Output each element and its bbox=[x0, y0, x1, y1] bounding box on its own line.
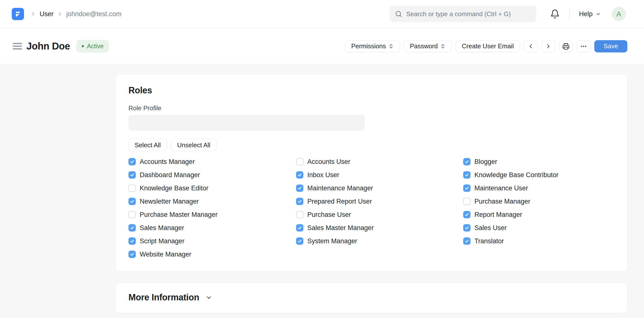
chevron-down-icon bbox=[206, 294, 212, 301]
role-checkbox-item[interactable]: System Manager bbox=[296, 237, 463, 245]
checkbox-checked-icon[interactable] bbox=[463, 237, 470, 245]
role-label: Accounts Manager bbox=[140, 158, 195, 166]
checkbox-checked-icon[interactable] bbox=[296, 224, 304, 232]
checkbox-checked-icon[interactable] bbox=[296, 198, 304, 205]
more-information-section[interactable]: More Information bbox=[116, 283, 627, 313]
role-checkbox-item[interactable]: Purchase Master Manager bbox=[128, 211, 296, 218]
status-label: Active bbox=[87, 43, 104, 50]
role-label: Script Manager bbox=[140, 237, 184, 245]
role-checkbox-item[interactable]: Purchase User bbox=[296, 211, 463, 218]
search-input[interactable] bbox=[406, 10, 531, 18]
checkbox-checked-icon[interactable] bbox=[296, 237, 304, 245]
role-checkbox-item[interactable]: Sales Master Manager bbox=[296, 224, 463, 232]
checkbox-checked-icon[interactable] bbox=[463, 158, 470, 165]
role-checkbox-item[interactable]: Knowledge Base Editor bbox=[128, 185, 296, 192]
checkbox-checked-icon[interactable] bbox=[128, 224, 136, 232]
global-search[interactable] bbox=[390, 6, 536, 22]
ellipsis-icon bbox=[580, 43, 587, 50]
create-user-email-label: Create User Email bbox=[462, 42, 514, 50]
role-label: Inbox User bbox=[307, 171, 339, 179]
checkbox-checked-icon[interactable] bbox=[463, 224, 470, 232]
checkbox-checked-icon[interactable] bbox=[296, 185, 304, 192]
create-user-email-button[interactable]: Create User Email bbox=[456, 40, 520, 52]
role-checkbox-item[interactable]: Translator bbox=[463, 237, 614, 245]
previous-document-button[interactable] bbox=[524, 40, 538, 52]
checkbox-unchecked-icon[interactable] bbox=[128, 185, 136, 192]
checkbox-checked-icon[interactable] bbox=[128, 237, 136, 245]
checkbox-checked-icon[interactable] bbox=[463, 185, 470, 192]
permissions-dropdown-button[interactable]: Permissions bbox=[345, 40, 400, 52]
role-label: Prepared Report User bbox=[307, 198, 372, 205]
role-label: Newsletter Manager bbox=[140, 198, 199, 205]
checkbox-checked-icon[interactable] bbox=[128, 198, 136, 205]
role-label: Sales Manager bbox=[140, 224, 184, 232]
checkbox-unchecked-icon[interactable] bbox=[463, 198, 470, 205]
print-button[interactable] bbox=[559, 40, 573, 52]
role-checkbox-item[interactable]: Accounts User bbox=[296, 158, 463, 165]
role-label: Sales Master Manager bbox=[307, 224, 374, 232]
password-label: Password bbox=[410, 42, 438, 50]
next-document-button[interactable] bbox=[542, 40, 555, 52]
role-checkbox-item[interactable]: Sales User bbox=[463, 224, 614, 232]
role-checkbox-item[interactable]: Prepared Report User bbox=[296, 198, 463, 205]
chevron-right-icon bbox=[30, 11, 36, 17]
unselect-all-button[interactable]: Unselect All bbox=[171, 139, 216, 151]
checkbox-checked-icon[interactable] bbox=[128, 158, 136, 165]
password-dropdown-button[interactable]: Password bbox=[404, 40, 452, 52]
checkbox-checked-icon[interactable] bbox=[128, 251, 136, 258]
role-checkbox-item[interactable]: Accounts Manager bbox=[128, 158, 296, 165]
role-label: Sales User bbox=[474, 224, 507, 232]
role-checkbox-item[interactable]: Newsletter Manager bbox=[128, 198, 296, 205]
frappe-f-icon bbox=[14, 10, 22, 18]
roles-section: Roles Role Profile Select All Unselect A… bbox=[116, 74, 627, 271]
more-options-button[interactable] bbox=[577, 40, 590, 52]
select-all-button[interactable]: Select All bbox=[128, 139, 167, 151]
checkbox-checked-icon[interactable] bbox=[463, 211, 470, 218]
status-badge: Active bbox=[76, 40, 109, 53]
save-button[interactable]: Save bbox=[594, 40, 627, 52]
role-label: Report Manager bbox=[474, 211, 522, 219]
frappe-logo[interactable] bbox=[12, 8, 24, 20]
role-checkbox-item[interactable]: Maintenance Manager bbox=[296, 185, 463, 192]
role-checkbox-item[interactable]: Purchase Manager bbox=[463, 198, 614, 205]
checkbox-unchecked-icon[interactable] bbox=[128, 211, 136, 218]
search-icon bbox=[395, 10, 402, 18]
help-label: Help bbox=[579, 10, 592, 18]
role-profile-label: Role Profile bbox=[128, 104, 614, 112]
role-checkbox-item[interactable]: Script Manager bbox=[128, 237, 296, 245]
bell-icon bbox=[550, 9, 560, 19]
chevron-right-icon bbox=[545, 43, 552, 50]
checkbox-unchecked-icon[interactable] bbox=[296, 211, 304, 218]
roles-grid: Accounts ManagerDashboard ManagerKnowled… bbox=[128, 158, 614, 258]
role-checkbox-item[interactable]: Sales Manager bbox=[128, 224, 296, 232]
role-label: Maintenance Manager bbox=[307, 185, 373, 192]
checkbox-checked-icon[interactable] bbox=[463, 171, 470, 179]
breadcrumb: User johndoe@test.com bbox=[30, 10, 122, 18]
breadcrumb-item-current: johndoe@test.com bbox=[66, 10, 122, 18]
sidebar-toggle-icon[interactable] bbox=[13, 43, 22, 50]
checkbox-checked-icon[interactable] bbox=[128, 171, 136, 179]
role-checkbox-item[interactable]: Maintenance User bbox=[463, 185, 614, 192]
checkbox-checked-icon[interactable] bbox=[296, 171, 304, 179]
role-checkbox-item[interactable]: Inbox User bbox=[296, 171, 463, 179]
avatar-letter: A bbox=[616, 10, 621, 18]
more-information-collapse-button[interactable] bbox=[206, 294, 212, 301]
help-menu[interactable]: Help bbox=[579, 10, 601, 18]
checkbox-unchecked-icon[interactable] bbox=[296, 158, 304, 165]
header-actions: Permissions Password Create User Email bbox=[345, 40, 627, 52]
user-avatar[interactable]: A bbox=[612, 7, 626, 21]
role-checkbox-item[interactable]: Website Manager bbox=[128, 251, 296, 258]
role-checkbox-item[interactable]: Knowledge Base Contributor bbox=[463, 171, 614, 179]
breadcrumb-item-user[interactable]: User bbox=[40, 10, 54, 18]
role-checkbox-item[interactable]: Report Manager bbox=[463, 211, 614, 218]
notifications-button[interactable] bbox=[550, 9, 560, 19]
role-checkbox-item[interactable]: Dashboard Manager bbox=[128, 171, 296, 179]
main-content: Roles Role Profile Select All Unselect A… bbox=[0, 64, 644, 313]
roles-column: Accounts UserInbox UserMaintenance Manag… bbox=[296, 158, 463, 258]
role-label: Knowledge Base Contributor bbox=[474, 171, 558, 179]
role-label: Knowledge Base Editor bbox=[140, 185, 208, 192]
role-label: Dashboard Manager bbox=[140, 171, 200, 179]
bulk-select-buttons: Select All Unselect All bbox=[128, 139, 614, 151]
role-profile-input[interactable] bbox=[128, 115, 365, 131]
role-checkbox-item[interactable]: Blogger bbox=[463, 158, 614, 165]
